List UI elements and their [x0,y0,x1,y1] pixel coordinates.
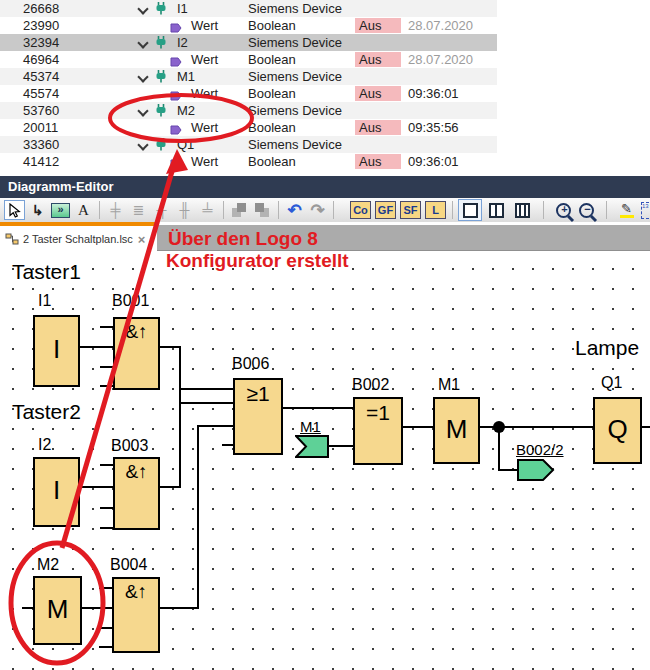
block-label-b002: B002 [352,376,389,394]
chevron-down-icon[interactable] [139,4,147,12]
two-pane-icon [489,203,504,218]
split-vertical-button[interactable]: ╧ [197,200,218,220]
tab-title: 2 Taster Schaltplan.lsc [23,233,133,245]
co-connectors-button[interactable]: Co [350,201,371,219]
table-row[interactable]: 46964 Wert Boolean Aus 28.07.2020 [0,51,497,68]
row-id: 45374 [23,68,59,85]
row-name: Q1 [177,136,194,153]
output-reference-flag-b002-2[interactable] [517,459,555,482]
chevron-down-icon[interactable] [139,72,147,80]
diagram-canvas[interactable]: Taster1 Taster2 Lampe I1 B001 I2 B003 M2… [0,252,650,670]
wire-segment [160,346,181,348]
row-type: Boolean [248,51,296,68]
table-row[interactable]: 23990 Wert Boolean Aus 28.07.2020 [0,17,497,34]
three-pane-icon [515,203,530,218]
table-row[interactable]: 20011 Wert Boolean Aus 09:35:56 [0,119,497,136]
table-row-selected[interactable]: 32394 I2 Siemens Device [0,34,497,51]
label-taster1: Taster1 [12,260,81,284]
block-b002[interactable]: =1 [353,397,403,465]
table-row[interactable]: 26668 I1 Siemens Device [0,0,497,17]
status-badge: Aus [355,18,401,33]
block-symbol: M [435,414,478,445]
block-i2[interactable]: I [33,457,80,527]
table-row[interactable]: 45574 Wert Boolean Aus 09:36:01 [0,85,497,102]
input-reference-flag-m1[interactable] [295,434,330,459]
input-stub [100,366,113,368]
align-horizontal-button[interactable]: ≣ [128,200,149,220]
gf-basic-functions-button[interactable]: GF [375,201,396,219]
wire-segment [160,607,198,609]
block-label-b003: B003 [111,437,148,455]
split-horizontal-icon: ╫ [180,202,190,218]
output-stub [642,426,650,428]
row-id: 33360 [23,136,59,153]
row-timestamp: 28.07.2020 [408,51,473,68]
wire-junction-dot [493,421,505,433]
block-label-m1: M1 [438,376,460,394]
row-type: Siemens Device [248,136,342,153]
tab-close-icon[interactable]: × [138,232,146,247]
wire-segment [499,469,517,471]
row-type: Siemens Device [248,68,342,85]
sf-special-functions-button[interactable]: SF [400,201,421,219]
block-b001[interactable]: &↑ [113,317,160,390]
undo-icon: ↶ [287,200,301,221]
layout-two-pane-button[interactable] [484,199,508,221]
text-tool-button[interactable]: A [73,200,94,220]
toolbar-separator [543,201,544,219]
table-row[interactable]: 41412 Wert Boolean Aus 09:36:01 [0,153,497,170]
editor-title: Diagramm-Editor [8,179,113,194]
highlight-button[interactable]: ✎ [616,200,637,220]
overlap-squares-icon [255,203,270,218]
select-tool-button[interactable] [4,200,25,220]
bring-forward-button[interactable] [229,200,250,220]
table-row[interactable]: 53760 M2 Siemens Device [0,102,497,119]
parameter-box-button[interactable]: 13 34 [639,200,650,220]
chevron-down-icon[interactable] [139,38,147,46]
table-row[interactable]: 33360 Q1 Siemens Device [0,136,497,153]
block-label-q1: Q1 [601,374,622,392]
layout-three-pane-button[interactable] [510,199,534,221]
layout-single-pane-button[interactable] [458,199,482,221]
chevron-down-icon[interactable] [139,106,147,114]
row-type: Boolean [248,119,296,136]
zoom-in-icon: + [556,203,571,218]
table-row[interactable]: 45374 M1 Siemens Device [0,68,497,85]
split-vertical-icon: ╧ [203,202,213,218]
split-horizontal-button[interactable]: ╫ [174,200,195,220]
block-m1[interactable]: M [433,397,480,464]
l-label-button[interactable]: L [425,201,446,219]
undo-button[interactable]: ↶ [284,200,305,220]
toolbar-separator [606,201,607,219]
redo-button[interactable]: ↷ [307,200,328,220]
block-symbol: &↑ [115,461,158,483]
block-b006[interactable]: ≥1 [233,378,283,455]
block-b004[interactable]: &↑ [112,577,160,653]
variable-monitor-table: 26668 I1 Siemens Device 23990 Wert Boole… [0,0,650,176]
connector-tool-button[interactable]: ↳ [27,200,48,220]
send-backward-button[interactable] [252,200,273,220]
block-m2[interactable]: M [33,576,82,645]
grid-tool-button[interactable]: ╪ [105,200,126,220]
editor-toolbar: ↳ » A ╪ ≣ ╥ ╫ ╧ ↶ ↷ Co GF SF L + − ✎ 13 … [0,198,650,222]
align-vertical-button[interactable]: ╥ [151,200,172,220]
toolbar-separator [452,201,453,219]
row-name: Wert [191,153,218,170]
zoom-out-button[interactable]: − [576,200,597,220]
block-symbol: I [35,334,78,365]
wert-tag-icon [170,156,182,173]
row-name: Wert [191,119,218,136]
toolbar-separator [99,201,100,219]
block-q1[interactable]: Q [593,397,642,464]
block-i1[interactable]: I [33,315,80,387]
row-type: Siemens Device [248,102,342,119]
zoom-in-button[interactable]: + [553,200,574,220]
simulation-button[interactable]: » [50,200,71,220]
block-symbol: Q [595,414,640,445]
input-stub [100,385,113,387]
row-timestamp: 28.07.2020 [408,17,473,34]
wire-segment [179,402,233,404]
tab-schaltplan[interactable]: 2 Taster Schaltplan.lsc × [0,222,157,252]
block-b003[interactable]: &↑ [113,457,160,530]
chevron-down-icon[interactable] [139,140,147,148]
